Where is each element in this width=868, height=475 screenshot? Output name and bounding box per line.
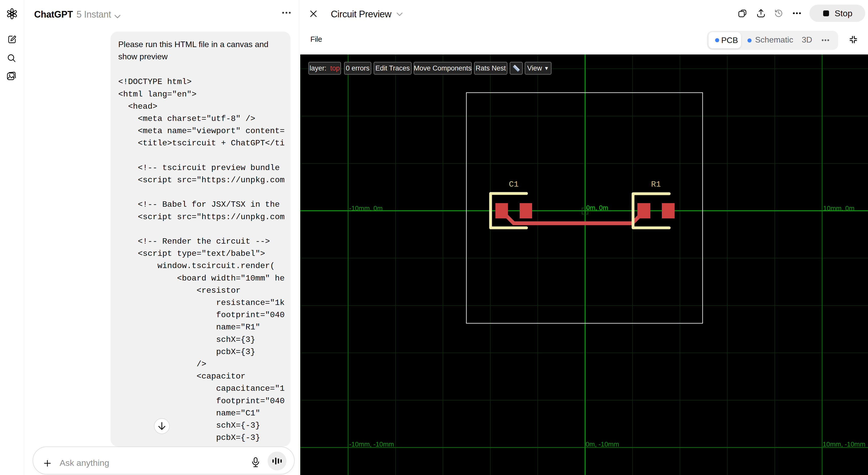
svg-text:C1: C1 [509, 180, 519, 189]
svg-text:10mm, -10mm: 10mm, -10mm [823, 440, 865, 448]
svg-text:-10mm, -10mm: -10mm, -10mm [349, 440, 394, 448]
svg-text:0m, 0m: 0m, 0m [586, 204, 608, 211]
svg-text:R1: R1 [651, 180, 661, 189]
svg-text:-10mm, 0m: -10mm, 0m [349, 204, 382, 212]
svg-text:0m, -10mm: 0m, -10mm [586, 440, 619, 448]
svg-text:10mm, 0m: 10mm, 0m [823, 204, 855, 212]
